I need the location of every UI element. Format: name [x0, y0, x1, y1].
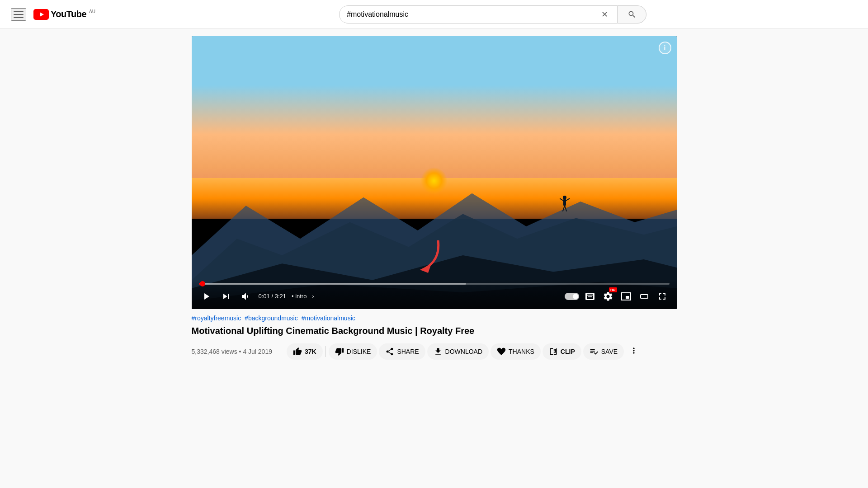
- search-container: ✕: [339, 5, 646, 23]
- theater-button[interactable]: [637, 289, 651, 304]
- logo[interactable]: YouTube AU: [33, 9, 95, 20]
- miniplayer-button[interactable]: [619, 289, 633, 304]
- controls-right: HD: [565, 289, 670, 304]
- controls-left: 0:01 / 3:21 • intro ›: [199, 289, 314, 304]
- share-button[interactable]: SHARE: [379, 343, 425, 360]
- more-options-button[interactable]: [626, 343, 642, 361]
- time-display: 0:01 / 3:21: [259, 293, 286, 300]
- search-clear-button[interactable]: ✕: [599, 8, 610, 21]
- miniplayer-icon: [621, 291, 632, 302]
- thanks-icon: [497, 347, 506, 356]
- hashtag-background[interactable]: #backgroundmusic: [245, 314, 298, 322]
- download-label: DOWNLOAD: [445, 348, 482, 355]
- svg-point-6: [563, 196, 566, 199]
- like-icon: [293, 347, 302, 356]
- hamburger-line: [14, 17, 24, 18]
- save-label: SAVE: [601, 348, 618, 355]
- subtitles-icon: [585, 291, 595, 302]
- theater-icon: [639, 291, 650, 302]
- main-content: i: [145, 29, 723, 374]
- video-player[interactable]: i: [192, 36, 677, 309]
- download-icon: [434, 347, 443, 356]
- person-silhouette: [560, 195, 570, 213]
- svg-line-11: [565, 206, 566, 211]
- settings-icon: [603, 291, 613, 302]
- header: YouTube AU ✕: [0, 0, 868, 29]
- video-player-wrapper: i: [192, 36, 677, 366]
- hashtag-royaltyfree[interactable]: #royaltyfreemusic: [192, 314, 241, 322]
- toggle-thumb: [573, 294, 578, 299]
- view-count: 5,332,468 views • 4 Jul 2019: [192, 348, 272, 355]
- download-button[interactable]: DOWNLOAD: [427, 343, 489, 360]
- menu-button[interactable]: [11, 8, 26, 21]
- search-icon: [627, 10, 637, 19]
- like-count: 37K: [305, 348, 316, 355]
- clip-icon: [549, 347, 558, 356]
- dislike-icon: [335, 347, 344, 356]
- hamburger-line: [14, 14, 24, 15]
- like-dislike-divider: [326, 346, 326, 357]
- hamburger-line: [14, 11, 24, 12]
- save-button[interactable]: SAVE: [583, 343, 624, 360]
- search-input[interactable]: [347, 10, 599, 19]
- toggle-track: [565, 293, 579, 300]
- hashtag-motivational[interactable]: #motivationalmusic: [302, 314, 355, 322]
- dislike-label: DISLIKE: [347, 348, 371, 355]
- save-icon: [590, 347, 599, 356]
- svg-line-10: [563, 206, 565, 211]
- youtube-wordmark: YouTube: [51, 9, 86, 19]
- subtitles-button[interactable]: [583, 289, 597, 304]
- controls-bar: 0:01 / 3:21 • intro ›: [192, 279, 677, 309]
- fullscreen-icon: [657, 291, 668, 302]
- share-label: SHARE: [397, 348, 419, 355]
- more-icon: [629, 346, 638, 355]
- video-info: #royaltyfreemusic #backgroundmusic #moti…: [192, 309, 677, 366]
- info-button[interactable]: i: [659, 42, 671, 54]
- volume-button[interactable]: [239, 289, 253, 304]
- fullscreen-button[interactable]: [655, 289, 670, 304]
- progress-bar[interactable]: [199, 283, 670, 285]
- video-title: Motivational Uplifting Cinematic Backgro…: [192, 324, 677, 337]
- controls-row: 0:01 / 3:21 • intro ›: [199, 289, 670, 304]
- svg-rect-7: [563, 199, 566, 206]
- hashtags-row: #royaltyfreemusic #backgroundmusic #moti…: [192, 314, 677, 322]
- header-left: YouTube AU: [11, 8, 128, 21]
- search-submit-button[interactable]: [618, 5, 646, 23]
- skip-next-button[interactable]: [219, 289, 233, 304]
- thanks-button[interactable]: THANKS: [491, 343, 541, 360]
- chapter-chevron[interactable]: ›: [312, 293, 314, 300]
- settings-wrapper: HD: [601, 289, 615, 304]
- play-button[interactable]: [199, 289, 213, 304]
- clip-button[interactable]: CLIP: [542, 343, 581, 360]
- autoplay-toggle[interactable]: [565, 293, 579, 300]
- volume-icon: [241, 291, 251, 302]
- clip-label: CLIP: [561, 348, 575, 355]
- progress-dot: [200, 281, 205, 286]
- progress-buffered: [203, 283, 466, 285]
- svg-line-9: [566, 198, 570, 201]
- region-badge: AU: [89, 9, 95, 14]
- hd-badge: HD: [609, 287, 617, 292]
- skip-next-icon: [221, 291, 231, 302]
- share-icon: [385, 347, 394, 356]
- play-icon: [201, 291, 212, 302]
- svg-line-8: [560, 198, 563, 201]
- action-buttons: 37K DISLIKE SH: [287, 343, 642, 361]
- thanks-label: THANKS: [509, 348, 534, 355]
- video-meta-row: 5,332,468 views • 4 Jul 2019 37K: [192, 343, 677, 361]
- chapter-label: • intro: [292, 293, 307, 300]
- search-bar: ✕: [339, 5, 618, 23]
- dislike-button[interactable]: DISLIKE: [329, 343, 377, 360]
- youtube-icon: [33, 9, 49, 20]
- like-button[interactable]: 37K: [287, 343, 323, 360]
